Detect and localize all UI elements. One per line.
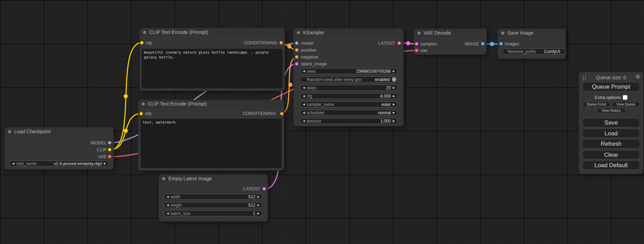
save-button[interactable]: Save xyxy=(582,118,640,127)
ckpt-name-widget[interactable]: ◀ ckpt_name v1-5-pruned-emaonly.ckpt ▶ xyxy=(9,161,109,166)
input-slot-positive[interactable] xyxy=(295,48,298,52)
load-default-button[interactable]: Load Default xyxy=(582,161,640,170)
input-slot-samples[interactable] xyxy=(415,42,418,45)
node-empty-latent-image[interactable]: Empty Latent Image LATENT ◀ width 512 ▶ … xyxy=(159,174,268,222)
input-slot-negative[interactable] xyxy=(295,55,298,58)
widget-label: seed xyxy=(307,69,316,74)
extra-options-checkbox[interactable] xyxy=(623,95,627,100)
scheduler-widget[interactable]: ◀ scheduler normal ▶ xyxy=(300,110,398,116)
arrow-left-icon[interactable]: ◀ xyxy=(303,95,305,98)
arrow-right-icon[interactable]: ▶ xyxy=(257,196,259,198)
widget-label: denoise xyxy=(307,119,321,124)
node-title-bar[interactable]: CLIP Text Encode (Prompt) xyxy=(138,100,284,108)
output-slot-clip[interactable] xyxy=(108,148,111,151)
widget-value: euler xyxy=(381,102,391,107)
link-dot xyxy=(490,42,494,46)
node-clip-text-encode-positive[interactable]: CLIP Text Encode (Prompt) clip CONDITION… xyxy=(140,28,285,91)
collapse-dot-icon[interactable] xyxy=(297,31,300,34)
seed-widget[interactable]: ◀ seed 156680208700286 ▶ xyxy=(300,68,398,74)
node-title-bar[interactable]: Load Checkpoint xyxy=(5,127,114,136)
random-seed-widget[interactable]: Random seed after every gen enabled xyxy=(300,76,398,82)
collapse-dot-icon[interactable] xyxy=(417,31,421,35)
collapse-dot-icon[interactable] xyxy=(142,102,145,106)
input-slot-vae[interactable] xyxy=(415,49,418,52)
height-widget[interactable]: ◀ height 512 ▶ xyxy=(164,202,262,208)
node-clip-text-encode-negative[interactable]: CLIP Text Encode (Prompt) clip CONDITION… xyxy=(138,100,284,171)
prompt-textarea[interactable]: beautiful scenery nature glass bottle la… xyxy=(142,49,283,88)
refresh-button[interactable]: Refresh xyxy=(582,139,640,148)
node-title-bar[interactable]: Save Image xyxy=(498,29,566,37)
node-title-bar[interactable]: CLIP Text Encode (Prompt) xyxy=(140,28,285,36)
widget-label: height xyxy=(170,203,182,208)
input-label-samples: samples xyxy=(420,42,437,46)
denoise-widget[interactable]: ◀ denoise 1.000 ▶ xyxy=(300,118,398,124)
arrow-left-icon[interactable]: ◀ xyxy=(167,212,169,215)
arrow-right-icon[interactable]: ▶ xyxy=(393,103,395,106)
output-label-latent: LATENT xyxy=(243,187,260,191)
output-slot-latent[interactable] xyxy=(398,42,401,45)
toggle-icon[interactable] xyxy=(392,77,396,82)
cfg-widget[interactable]: ◀ cfg 8.000 ▶ xyxy=(300,93,398,99)
output-slot-image[interactable] xyxy=(481,42,484,45)
input-label-model: model xyxy=(301,41,313,46)
arrow-right-icon[interactable]: ▶ xyxy=(393,111,395,114)
arrow-left-icon[interactable]: ◀ xyxy=(167,196,169,198)
collapse-dot-icon[interactable] xyxy=(501,31,504,35)
widget-label: filename_prefix xyxy=(508,49,536,54)
sampler-name-widget[interactable]: ◀ sampler_name euler ▶ xyxy=(300,101,398,107)
output-slot-conditioning[interactable] xyxy=(280,41,283,44)
output-slot-model[interactable] xyxy=(108,141,111,144)
arrow-left-icon[interactable]: ◀ xyxy=(12,162,14,165)
queue-front-button[interactable]: Queue Front xyxy=(582,102,610,107)
node-title-bar[interactable]: Empty Latent Image xyxy=(159,174,268,183)
node-ksampler[interactable]: KSampler model positive negative latent_… xyxy=(293,28,404,126)
arrow-left-icon[interactable]: ◀ xyxy=(167,204,169,207)
arrow-left-icon[interactable]: ◀ xyxy=(303,111,305,114)
collapse-dot-icon[interactable] xyxy=(8,130,11,133)
width-widget[interactable]: ◀ width 512 ▶ xyxy=(164,194,262,200)
output-slot-vae[interactable] xyxy=(108,155,111,158)
input-slot-clip[interactable] xyxy=(140,112,143,115)
input-slot-model[interactable] xyxy=(295,42,298,45)
clear-button[interactable]: Clear xyxy=(582,150,640,159)
node-graph-canvas[interactable]: Load Checkpoint MODEL CLIP VAE ◀ ckpt_na… xyxy=(0,0,644,244)
arrow-right-icon[interactable]: ▶ xyxy=(257,204,259,207)
output-slot-conditioning[interactable] xyxy=(280,112,283,115)
queue-prompt-button[interactable]: Queue Prompt xyxy=(582,82,640,91)
arrow-right-icon[interactable]: ▶ xyxy=(393,95,395,98)
prompt-textarea[interactable]: text, watermark xyxy=(141,119,282,168)
arrow-right-icon[interactable]: ▶ xyxy=(393,70,395,73)
widget-value: 156680208700286 xyxy=(356,69,391,74)
input-label-latent-image: latent_image xyxy=(301,62,327,66)
input-slot-images[interactable] xyxy=(500,42,503,45)
arrow-left-icon[interactable]: ◀ xyxy=(303,87,305,89)
node-title-bar[interactable]: KSampler xyxy=(293,28,404,37)
input-slot-latent-image[interactable] xyxy=(295,62,298,65)
steps-widget[interactable]: ◀ steps 20 ▶ xyxy=(300,85,398,91)
arrow-left-icon[interactable]: ◀ xyxy=(303,120,305,123)
arrow-right-icon[interactable]: ▶ xyxy=(393,120,395,123)
node-vae-decode[interactable]: VAE Decode samples vae IMAGE xyxy=(414,29,487,55)
arrow-left-icon[interactable]: ◀ xyxy=(303,70,305,73)
collapse-dot-icon[interactable] xyxy=(162,177,165,180)
output-slot-latent[interactable] xyxy=(263,187,266,190)
input-slot-clip[interactable] xyxy=(140,41,143,44)
node-load-checkpoint[interactable]: Load Checkpoint MODEL CLIP VAE ◀ ckpt_na… xyxy=(5,127,114,170)
load-button[interactable]: Load xyxy=(582,129,640,138)
arrow-right-icon[interactable]: ▶ xyxy=(393,87,395,89)
input-label-images: images xyxy=(505,42,519,46)
node-title-bar[interactable]: VAE Decode xyxy=(414,29,487,37)
node-save-image[interactable]: Save Image images filename_prefix ComfyU… xyxy=(498,29,566,59)
batch-size-widget[interactable]: ◀ batch_size 1 ▶ xyxy=(164,210,262,216)
output-label-latent: LATENT xyxy=(378,41,395,46)
node-title: Empty Latent Image xyxy=(168,176,212,181)
arrow-right-icon[interactable]: ▶ xyxy=(104,162,106,165)
arrow-right-icon[interactable]: ▶ xyxy=(257,212,259,215)
view-history-button[interactable]: View History xyxy=(597,108,626,113)
queue-size-label: Queue size: 0 xyxy=(579,75,643,80)
collapse-dot-icon[interactable] xyxy=(143,31,146,34)
view-queue-button[interactable]: View Queue xyxy=(612,102,640,107)
gear-icon[interactable]: ⚙ xyxy=(636,74,640,80)
filename-prefix-widget[interactable]: filename_prefix ComfyUI xyxy=(502,48,565,54)
arrow-left-icon[interactable]: ◀ xyxy=(303,103,305,106)
